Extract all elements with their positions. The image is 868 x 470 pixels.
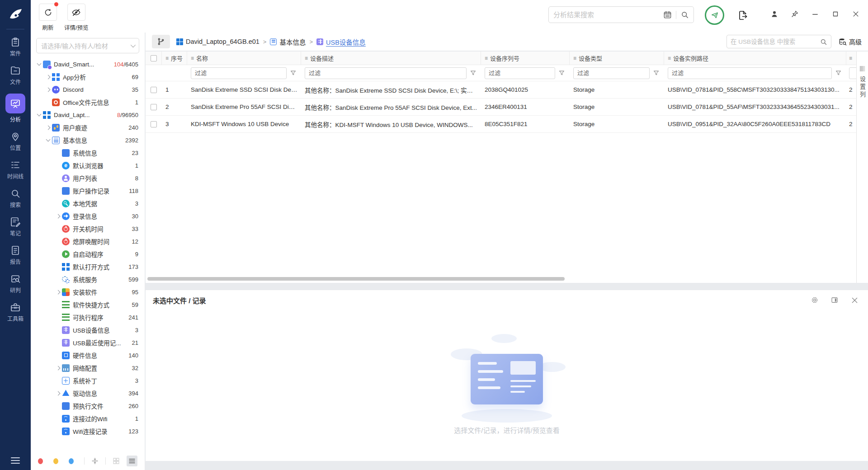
tree-item-chevron[interactable] bbox=[55, 314, 62, 320]
rail-item[interactable]: 文件 bbox=[2, 62, 29, 88]
row-checkbox[interactable] bbox=[151, 104, 157, 110]
red-dot-filter[interactable] bbox=[38, 458, 43, 464]
filter-input-desc[interactable] bbox=[305, 67, 467, 79]
rail-item[interactable]: 工具箱 bbox=[2, 299, 29, 324]
gear-icon[interactable] bbox=[811, 296, 819, 304]
tree-item[interactable]: Discord 35 bbox=[31, 83, 145, 96]
filter-input-path[interactable] bbox=[668, 67, 832, 79]
breadcrumb-item-usb-info[interactable]: USB设备信息 bbox=[316, 37, 366, 47]
calendar-icon[interactable] bbox=[663, 10, 672, 19]
window-control-icon[interactable] bbox=[831, 10, 840, 18]
global-search-input[interactable] bbox=[553, 11, 663, 19]
tree-item[interactable]: 自启动程序 9 bbox=[31, 248, 145, 260]
table-row[interactable]: 1 SanDisk Extreme SSD SCSI Disk Devi... … bbox=[146, 81, 856, 99]
tree-item[interactable]: 软件快捷方式 59 bbox=[31, 298, 145, 311]
window-control-icon[interactable] bbox=[791, 10, 799, 18]
tree-item-chevron[interactable] bbox=[55, 403, 62, 409]
toolbar-tool-button[interactable] bbox=[39, 4, 57, 21]
window-control-icon[interactable] bbox=[770, 10, 778, 18]
column-header-path[interactable]: ≡设备实例路径 bbox=[664, 52, 846, 65]
row-checkbox[interactable] bbox=[151, 87, 157, 93]
tree-item[interactable]: 账户操作记录 118 bbox=[31, 184, 145, 197]
tree-item[interactable]: 默认打开方式 173 bbox=[31, 260, 145, 273]
tree-item[interactable]: 硬件信息 140 bbox=[31, 349, 145, 362]
branch-view-button[interactable] bbox=[152, 35, 170, 48]
tree-item-chevron[interactable] bbox=[55, 428, 62, 434]
rail-item[interactable]: 笔记 bbox=[2, 214, 29, 239]
filter-input-serial[interactable] bbox=[485, 67, 555, 79]
funnel-icon[interactable] bbox=[558, 70, 565, 76]
table-row[interactable]: 3 KDI-MSFT Windows 10 USB Device 其他名称：KD… bbox=[146, 116, 856, 133]
tree-item-chevron[interactable] bbox=[55, 263, 62, 270]
column-header-type[interactable]: ≡设备类型 bbox=[570, 52, 664, 65]
tree-item[interactable]: USB设备信息 3 bbox=[31, 324, 145, 336]
funnel-icon[interactable] bbox=[290, 70, 297, 76]
column-settings-tab[interactable]: 设置列 bbox=[856, 52, 868, 283]
tree-item-chevron[interactable] bbox=[55, 289, 62, 295]
split-view-icon[interactable] bbox=[830, 296, 839, 304]
rail-item[interactable]: 搜索 bbox=[2, 185, 29, 211]
advanced-search-button[interactable]: 高级 bbox=[839, 37, 862, 46]
column-header-desc[interactable]: ≡设备描述 bbox=[301, 52, 481, 65]
tree-item[interactable]: 用户痕迹 240 bbox=[31, 121, 145, 134]
collapse-all-icon[interactable] bbox=[91, 457, 99, 465]
breadcrumb-item-evidence[interactable]: David_Laptop_64GB.e01 bbox=[176, 38, 259, 45]
tree-item[interactable]: 系统服务 599 bbox=[31, 273, 145, 286]
funnel-icon[interactable] bbox=[835, 70, 842, 76]
tree-item-chevron[interactable] bbox=[55, 251, 62, 257]
tree-item-chevron[interactable] bbox=[36, 112, 43, 118]
tree-item-chevron[interactable] bbox=[45, 99, 52, 105]
rail-item[interactable]: 位置 bbox=[2, 128, 29, 154]
toolbar-action-button[interactable] bbox=[705, 5, 724, 25]
tree-item-chevron[interactable] bbox=[55, 200, 62, 207]
tree-item-chevron[interactable] bbox=[55, 415, 62, 422]
tree-item-chevron[interactable] bbox=[55, 352, 62, 358]
tree-item[interactable]: 熄屏唤醒时间 12 bbox=[31, 235, 145, 248]
tree-item[interactable]: 默认浏览器 1 bbox=[31, 159, 145, 172]
toolbar-action-button[interactable] bbox=[733, 6, 752, 25]
tree-item-chevron[interactable] bbox=[55, 213, 62, 219]
column-header-clipped[interactable]: ≡ bbox=[846, 52, 856, 65]
tree-item-chevron[interactable] bbox=[55, 339, 62, 346]
filter-input-type[interactable] bbox=[573, 67, 650, 79]
close-icon[interactable] bbox=[850, 296, 859, 305]
scrollbar-thumb[interactable] bbox=[147, 277, 565, 281]
breadcrumb-item-basic-info[interactable]: 基本信息 bbox=[270, 37, 306, 47]
yellow-dot-filter[interactable] bbox=[53, 458, 58, 464]
tree-item-chevron[interactable] bbox=[55, 175, 62, 181]
filter-input-name[interactable] bbox=[191, 67, 287, 79]
tree-item-chevron[interactable] bbox=[55, 188, 62, 194]
tree-item-chevron[interactable] bbox=[55, 301, 62, 308]
holder-select[interactable]: 请选择/输入持有人/检材 bbox=[36, 38, 139, 53]
window-control-icon[interactable] bbox=[852, 10, 860, 18]
select-all-checkbox[interactable] bbox=[151, 55, 157, 61]
list-view-icon[interactable] bbox=[127, 456, 137, 466]
rail-item[interactable]: 研判 bbox=[2, 271, 29, 296]
row-checkbox[interactable] bbox=[151, 121, 157, 127]
rail-item[interactable]: 时间线 bbox=[2, 157, 29, 182]
tree-item[interactable]: 系统信息 23 bbox=[31, 146, 145, 159]
tree-item-chevron[interactable] bbox=[55, 390, 62, 396]
tree-item[interactable]: David_Lapt... 8/96950 bbox=[31, 108, 145, 121]
tree-item[interactable]: 登录信息 30 bbox=[31, 210, 145, 222]
tree-item[interactable]: Wifi连接记录 123 bbox=[31, 425, 145, 437]
search-icon[interactable] bbox=[820, 38, 827, 46]
tree-item[interactable]: 网络配置 32 bbox=[31, 362, 145, 374]
blue-dot-filter[interactable] bbox=[69, 458, 74, 464]
tree-item-chevron[interactable] bbox=[45, 137, 52, 143]
funnel-icon[interactable] bbox=[653, 70, 660, 76]
rail-item[interactable]: 分析 bbox=[2, 91, 29, 125]
tree-item[interactable]: 连接过的Wifi 1 bbox=[31, 412, 145, 425]
tree-item[interactable]: 安装软件 95 bbox=[31, 286, 145, 298]
tree-item[interactable]: Office文件元信息 1 bbox=[31, 96, 145, 108]
tree-item-chevron[interactable] bbox=[55, 365, 62, 371]
column-header-serial[interactable]: ≡设备序列号 bbox=[481, 52, 570, 65]
tree-item[interactable]: 开关机时间 33 bbox=[31, 222, 145, 235]
tree-item-chevron[interactable] bbox=[55, 150, 62, 156]
funnel-icon[interactable] bbox=[470, 70, 476, 76]
tree-item-chevron[interactable] bbox=[55, 327, 62, 333]
menu-icon[interactable] bbox=[11, 457, 20, 464]
tree-item[interactable]: 用户列表 8 bbox=[31, 172, 145, 184]
tree-item[interactable]: 基本信息 2392 bbox=[31, 134, 145, 146]
tree-item[interactable]: App分析 69 bbox=[31, 70, 145, 83]
